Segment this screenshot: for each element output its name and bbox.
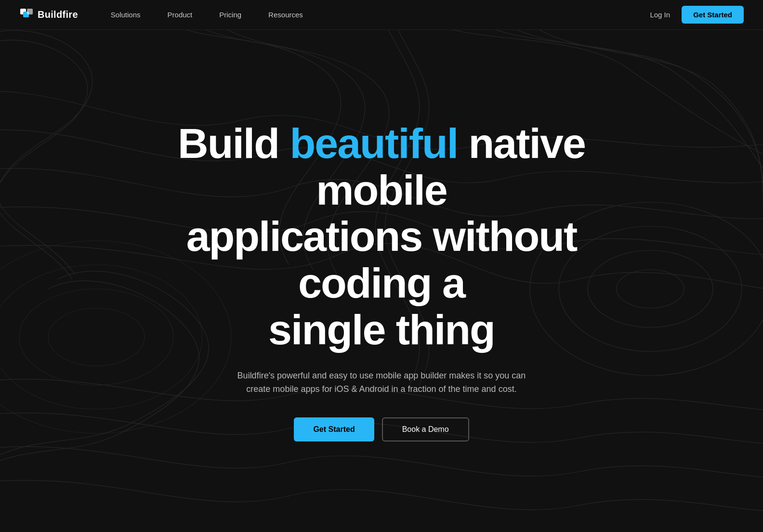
nav-product[interactable]: Product <box>154 0 206 30</box>
nav-resources[interactable]: Resources <box>255 0 316 30</box>
hero-section: Build beautiful native mobileapplication… <box>0 0 763 532</box>
hero-get-started-button[interactable]: Get Started <box>294 417 374 441</box>
logo-link[interactable]: Buildfire <box>19 8 78 22</box>
hero-book-demo-button[interactable]: Book a Demo <box>382 417 469 441</box>
hero-subtitle: Buildfire's powerful and easy to use mob… <box>227 369 536 397</box>
nav-links: Solutions Product Pricing Resources <box>97 0 650 30</box>
nav-right: Log In Get Started <box>650 6 744 24</box>
hero-buttons: Get Started Book a Demo <box>136 417 627 441</box>
nav-solutions[interactable]: Solutions <box>97 0 154 30</box>
logo-text: Buildfire <box>38 9 78 20</box>
logo-icon <box>19 8 34 22</box>
navbar: Buildfire Solutions Product Pricing Reso… <box>0 0 763 30</box>
hero-title-highlight: beautiful <box>289 119 458 167</box>
login-link[interactable]: Log In <box>650 11 670 19</box>
nav-pricing[interactable]: Pricing <box>206 0 255 30</box>
hero-title-part1: Build <box>178 119 289 167</box>
hero-content: Build beautiful native mobileapplication… <box>117 120 646 442</box>
svg-rect-2 <box>27 9 33 14</box>
nav-get-started-button[interactable]: Get Started <box>682 6 744 24</box>
hero-title: Build beautiful native mobileapplication… <box>136 120 627 353</box>
